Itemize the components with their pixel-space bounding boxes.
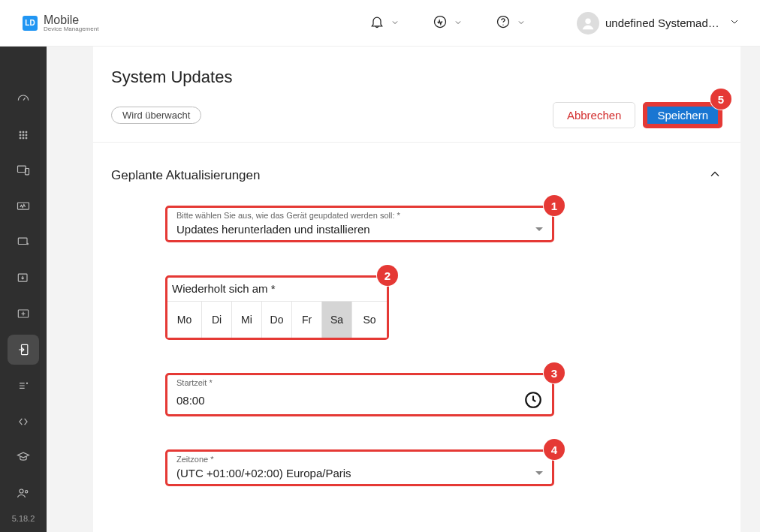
nav-code[interactable]	[8, 407, 39, 437]
callout-5: 5	[710, 89, 731, 110]
nav-learn[interactable]	[8, 443, 39, 473]
svg-point-21	[26, 491, 28, 493]
callout-4: 4	[544, 439, 565, 460]
chevron-up-icon	[707, 167, 722, 185]
section-header[interactable]: Geplante Aktualisierungen	[111, 156, 722, 198]
title-row: Wird überwacht Abbrechen Speichern 5	[111, 102, 722, 128]
svg-point-5	[23, 131, 24, 133]
user-menu[interactable]: undefined Systemadmi…	[575, 9, 742, 38]
start-time-label: Startzeit *	[176, 378, 213, 387]
brand-text: Mobile Device Management	[44, 14, 98, 32]
start-time-field-wrap: Startzeit * 08:00 3	[165, 373, 554, 416]
page-title: System Updates	[111, 68, 722, 87]
sidebar: 5.18.2	[0, 47, 47, 532]
update-mode-label: Bitte wählen Sie aus, wie das Gerät geup…	[176, 211, 400, 220]
svg-point-11	[23, 137, 24, 139]
content-card: System Updates Wird überwacht Abbrechen …	[93, 47, 740, 532]
repeat-days-field: Wiederholt sich am * Mo Di Mi Do Fr Sa S…	[165, 275, 389, 340]
svg-rect-13	[18, 167, 26, 173]
svg-rect-16	[18, 238, 27, 244]
svg-point-12	[26, 137, 27, 139]
start-time-value-row: 08:00	[176, 387, 543, 410]
brand-title: Mobile	[44, 14, 98, 26]
app-body: 5.18.2 System Updates Wird überwacht Abb…	[0, 47, 760, 532]
day-do[interactable]: Do	[262, 302, 292, 338]
save-button-wrap: Speichern 5	[635, 102, 722, 128]
svg-point-10	[20, 137, 21, 139]
svg-point-3	[585, 18, 590, 23]
dropdown-arrow-icon	[535, 471, 543, 475]
day-mo[interactable]: Mo	[167, 302, 202, 338]
nav-add[interactable]	[8, 299, 39, 329]
start-time-field[interactable]: Startzeit * 08:00	[165, 373, 554, 416]
nav-download[interactable]	[8, 263, 39, 293]
day-fr[interactable]: Fr	[292, 302, 322, 338]
help-icon	[496, 14, 511, 32]
timezone-value-row: (UTC +01:00/+02:00) Europa/Paris	[176, 464, 543, 479]
form-area: Bitte wählen Sie aus, wie das Gerät geup…	[111, 198, 554, 486]
brand: LD Mobile Device Management	[23, 14, 98, 32]
brand-logo-icon: LD	[23, 16, 38, 31]
svg-point-4	[20, 131, 21, 133]
start-time-value: 08:00	[176, 394, 205, 407]
day-so[interactable]: So	[352, 302, 387, 338]
notifications-menu[interactable]	[363, 10, 406, 37]
brand-subtitle: Device Management	[44, 26, 98, 32]
update-mode-inner: Bitte wählen Sie aus, wie das Gerät geup…	[167, 208, 552, 240]
top-header: LD Mobile Device Management	[0, 0, 760, 47]
svg-point-8	[23, 134, 24, 136]
svg-point-7	[20, 134, 21, 136]
avatar-icon	[577, 12, 599, 35]
timezone-field[interactable]: Zeitzone * (UTC +01:00/+02:00) Europa/Pa…	[165, 449, 554, 486]
day-sa[interactable]: Sa	[322, 302, 352, 338]
divider	[93, 142, 740, 143]
svg-point-6	[26, 131, 27, 133]
version-label: 5.18.2	[12, 514, 35, 532]
chevron-down-icon	[454, 17, 463, 30]
timezone-field-wrap: Zeitzone * (UTC +01:00/+02:00) Europa/Pa…	[165, 449, 554, 486]
timezone-inner: Zeitzone * (UTC +01:00/+02:00) Europa/Pa…	[167, 452, 552, 484]
chevron-down-icon	[391, 17, 400, 30]
dropdown-arrow-icon	[535, 227, 543, 231]
nav-checklist[interactable]	[8, 371, 39, 401]
callout-3: 3	[544, 362, 565, 383]
svg-point-20	[20, 489, 23, 493]
content-padding: System Updates Wird überwacht Abbrechen …	[93, 47, 740, 532]
nav-login[interactable]	[8, 335, 39, 365]
callout-2: 2	[377, 265, 398, 286]
section-title: Geplante Aktualisierungen	[111, 168, 260, 183]
nav-users[interactable]	[8, 478, 39, 508]
update-mode-value: Updates herunterladen und installieren	[176, 220, 543, 236]
cancel-button[interactable]: Abbrechen	[553, 102, 636, 128]
nav-monitor[interactable]	[8, 191, 39, 221]
content-scroll[interactable]: System Updates Wird überwacht Abbrechen …	[47, 47, 760, 532]
nav-devices[interactable]	[8, 156, 39, 186]
callout-1: 1	[544, 195, 565, 216]
svg-point-2	[502, 24, 503, 25]
chevron-down-icon	[517, 17, 526, 30]
update-mode-value-text: Updates herunterladen und installieren	[176, 223, 370, 236]
user-name: undefined Systemadmi…	[605, 17, 725, 29]
start-time-inner: Startzeit * 08:00	[167, 375, 552, 414]
update-mode-field[interactable]: Bitte wählen Sie aus, wie das Gerät geup…	[165, 206, 554, 242]
bell-icon	[369, 14, 385, 32]
timezone-value: (UTC +01:00/+02:00) Europa/Paris	[176, 467, 351, 479]
day-mi[interactable]: Mi	[232, 302, 262, 338]
svg-point-9	[26, 134, 27, 136]
chevron-down-icon	[728, 16, 740, 31]
status-badge: Wird überwacht	[111, 107, 201, 124]
nav-dashboard[interactable]	[8, 84, 39, 114]
help-menu[interactable]	[490, 10, 532, 37]
days-row: Mo Di Mi Do Fr Sa So	[167, 302, 387, 338]
repeat-label: Wiederholt sich am *	[167, 278, 387, 302]
update-mode-field-wrap: Bitte wählen Sie aus, wie das Gerät geup…	[165, 206, 554, 242]
activity-menu[interactable]	[427, 10, 469, 37]
nav-apps[interactable]	[8, 120, 39, 150]
activity-icon	[433, 14, 448, 32]
nav-enroll[interactable]	[8, 227, 39, 257]
repeat-field-wrap: Wiederholt sich am * Mo Di Mi Do Fr Sa S…	[165, 275, 388, 340]
timezone-label: Zeitzone *	[176, 455, 214, 464]
clock-icon	[523, 390, 543, 410]
day-di[interactable]: Di	[202, 302, 232, 338]
save-button[interactable]: Speichern	[643, 102, 722, 128]
